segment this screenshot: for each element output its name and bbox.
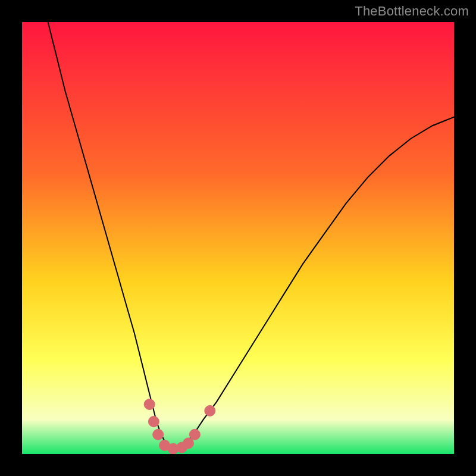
curve-marker bbox=[148, 416, 159, 427]
chart-frame: TheBottleneck.com bbox=[0, 0, 476, 476]
curve-marker bbox=[189, 429, 200, 440]
curve-marker bbox=[144, 399, 155, 410]
watermark-text: TheBottleneck.com bbox=[355, 4, 469, 19]
curve-marker bbox=[153, 429, 164, 440]
plot-svg bbox=[22, 22, 454, 454]
plot-area bbox=[22, 22, 454, 454]
curve-marker bbox=[205, 405, 215, 416]
gradient-background bbox=[22, 22, 454, 454]
